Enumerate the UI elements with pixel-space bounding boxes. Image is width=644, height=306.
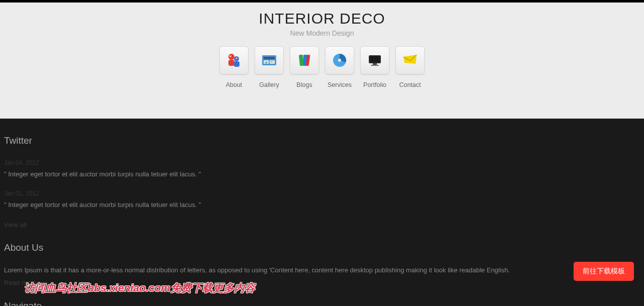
svg-rect-12: [299, 55, 304, 66]
svg-rect-7: [264, 57, 275, 59]
about-heading: About Us: [4, 241, 640, 255]
nav-label: About: [226, 81, 243, 88]
tweet-text: " Integer eget tortor et elit auctor mor…: [4, 169, 640, 179]
tweet-date: Jan 04, 2012: [4, 158, 640, 167]
svg-point-16: [338, 59, 341, 62]
tweet-text: " Integer eget tortor et elit auctor mor…: [4, 200, 640, 210]
nav-label: Gallery: [259, 81, 279, 88]
footer: Twitter Jan 04, 2012 " Integer eget tort…: [0, 119, 644, 306]
svg-point-0: [228, 54, 234, 60]
nav-label: Blogs: [296, 81, 312, 88]
site-subtitle: New Modern Design: [0, 29, 644, 37]
tweet: Jan 04, 2012 " Integer eget tortor et el…: [4, 158, 640, 179]
tweet-date: Jan 01, 2012: [4, 189, 640, 198]
navigate-heading: Navigate: [4, 299, 640, 307]
svg-rect-3: [234, 61, 239, 67]
site-title: INTERIOR DECO: [0, 10, 644, 27]
svg-point-4: [229, 55, 231, 57]
nav-contact[interactable]: Contact: [395, 46, 425, 88]
download-template-button[interactable]: 前往下载模板: [574, 262, 634, 281]
svg-rect-20: [371, 65, 379, 66]
nav-portfolio[interactable]: Portfolio: [360, 46, 390, 88]
twitter-view-all-link[interactable]: View all: [4, 220, 27, 230]
svg-point-5: [235, 57, 237, 59]
svg-rect-1: [228, 60, 234, 66]
about-icon: [219, 46, 249, 74]
nav-label: Contact: [399, 81, 421, 88]
nav-about[interactable]: About: [219, 46, 249, 88]
twitter-heading: Twitter: [4, 134, 640, 148]
about-read-more-link[interactable]: Read more: [4, 278, 36, 288]
svg-rect-19: [373, 63, 377, 65]
nav-label: Portfolio: [363, 81, 386, 88]
about-text: Lorem Ipsum is that it has a more-or-les…: [4, 265, 640, 275]
nav-gallery[interactable]: Gallery: [254, 46, 284, 88]
nav-services[interactable]: Services: [325, 46, 355, 88]
contact-icon: [395, 46, 425, 74]
services-icon: [325, 46, 354, 74]
gallery-icon: [255, 46, 284, 74]
nav-blogs[interactable]: Blogs: [289, 46, 319, 88]
tweet: Jan 01, 2012 " Integer eget tortor et el…: [4, 189, 640, 210]
svg-point-11: [271, 61, 273, 63]
nav-label: Services: [328, 81, 352, 88]
header: INTERIOR DECO New Modern Design About: [0, 3, 644, 119]
portfolio-icon: [360, 46, 389, 74]
blogs-icon: [290, 46, 319, 74]
main-nav: About Gallery: [0, 46, 644, 88]
svg-rect-18: [370, 56, 380, 62]
